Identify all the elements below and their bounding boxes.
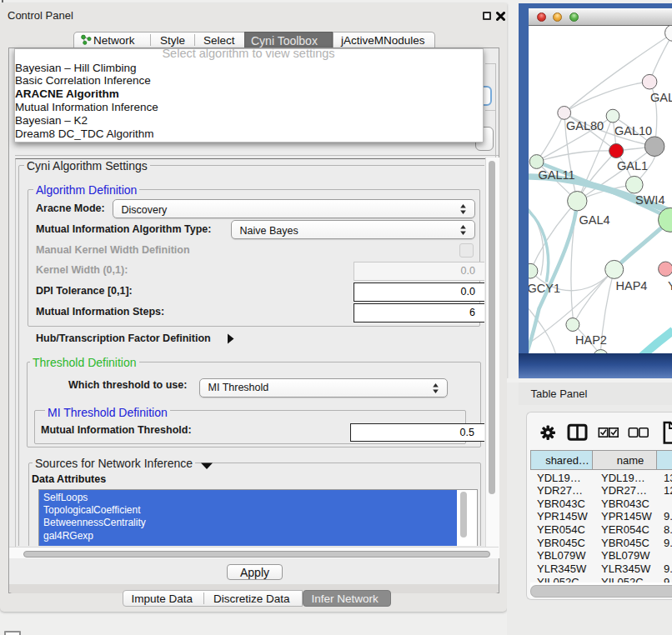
svg-text:Y: Y [668,279,672,292]
svg-text:HAP2: HAP2 [575,332,607,346]
svg-text:GAL11: GAL11 [538,168,574,182]
svg-text:GCY1: GCY1 [529,282,560,295]
svg-text:GAL10: GAL10 [614,124,652,138]
svg-text:SWI4: SWI4 [635,193,664,207]
svg-text:GAL4: GAL4 [579,213,609,227]
svg-text:HAP4: HAP4 [615,278,647,292]
svg-text:GAL1: GAL1 [617,158,648,172]
svg-text:GAL7: GAL7 [650,90,672,103]
svg-text:GAL80: GAL80 [566,119,604,132]
